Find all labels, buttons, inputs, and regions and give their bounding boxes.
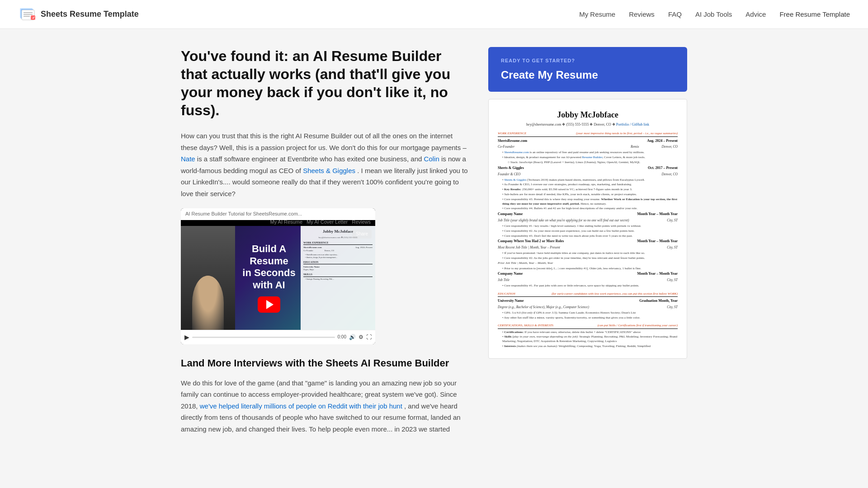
resume-job-1: SheetsResume.com Aug. 2024 – Present xyxy=(498,138,678,144)
logo-text: Sheets Resume Template xyxy=(41,8,139,21)
resume-job-4-sub: Most Recent Job Title | Month, Year – Pr… xyxy=(498,245,678,250)
reddit-link[interactable]: we've helped literally millions of peopl… xyxy=(200,402,402,410)
nav-ai-job-tools[interactable]: AI Job Tools xyxy=(695,9,732,20)
resume-job-1-sub: Co-Founder Remix Denver, CO xyxy=(498,144,678,150)
resume-bullet: Any other fun stuff like a minor, varsit… xyxy=(498,316,678,320)
resume-preview: Jobby McJobface hey@sheetsresume.com ❖ (… xyxy=(488,99,687,359)
person-silhouette xyxy=(192,276,224,330)
resume-sub-bullet: Stack: JavaScript (React); PHP (Laravel … xyxy=(498,160,678,165)
resume-bullet: Core responsibility #1. For past jobs wi… xyxy=(498,284,678,288)
sheets-giggles-link[interactable]: Sheets & Giggles xyxy=(303,167,355,174)
resume-bullet: Core responsibility #2. As the jobs get … xyxy=(498,256,678,261)
video-tab-controls: My AI Resume My AI Cover Letter Reviews xyxy=(270,218,371,226)
video-frame: Build A Resume in Seconds with AI Share … xyxy=(181,226,375,330)
left-column: You've found it: an AI Resume Builder th… xyxy=(181,47,470,443)
video-controls-bar: ▶ 0:00 🔊 ⚙ ⛶ xyxy=(181,330,375,344)
video-text-line2: in Seconds with AI xyxy=(240,267,298,291)
resume-bullet: Skills (play in your own, rearrange depe… xyxy=(498,335,678,344)
resume-contact: hey@sheetsresume.com ❖ (555) 555-5555 ❖ … xyxy=(498,122,678,127)
fullscreen-icon[interactable]: ⛶ xyxy=(366,333,372,342)
resume-job-2: Sheets & Giggles Oct. 2017 – Present xyxy=(498,165,678,171)
resume-bullet: Prior to my promotion to [recent title],… xyxy=(498,267,678,271)
nate-link[interactable]: Nate xyxy=(181,155,195,163)
cta-label: READY TO GET STARTED? xyxy=(501,57,675,65)
resume-bullet: Core responsibility #2. As your most rec… xyxy=(498,229,678,234)
resume-bullet: Core responsibility #3. Don't feel the n… xyxy=(498,234,678,239)
logo-link[interactable]: ✓ Sheets Resume Template xyxy=(18,5,139,23)
site-header: ✓ Sheets Resume Template My Resume Revie… xyxy=(0,0,868,29)
section2-body: We do this for love of the game (and tha… xyxy=(181,377,470,435)
settings-icon[interactable]: ⚙ xyxy=(359,333,363,342)
right-column: READY TO GET STARTED? Create My Resume J… xyxy=(488,47,687,443)
resume-bullet: Interests (makes them see you as human):… xyxy=(498,344,678,349)
nav-faq[interactable]: FAQ xyxy=(668,9,682,20)
progress-bar[interactable] xyxy=(192,337,335,338)
timestamp: 0:00 xyxy=(338,333,346,341)
nav-free-resume-template[interactable]: Free Resume Template xyxy=(779,9,850,20)
video-container: AI Resume Builder Tutorial for SheetsRes… xyxy=(181,208,375,344)
resume-bullet: Key Results: 250,000+ units sold; $5.5M … xyxy=(498,188,678,192)
resume-section-education: EDUCATION (for early-career candidates w… xyxy=(498,291,678,297)
resume-bullet: Ideation, design, & product management f… xyxy=(498,155,678,160)
section2-heading: Land More Interviews with the Sheets AI … xyxy=(181,355,470,371)
resume-edu: University Name Graduation Month, Year xyxy=(498,298,678,304)
resume-job-3: Company Name Month Year – Month Year xyxy=(498,211,678,217)
nav-advice[interactable]: Advice xyxy=(745,9,766,20)
resume-bullet: Core responsibility #4. Bullets #1 and #… xyxy=(498,206,678,211)
resume-bullet: Sub-bullets are for more detail if neede… xyxy=(498,192,678,197)
resume-bullet: Sheets & Giggles (Techstars 2019) makes … xyxy=(498,178,678,183)
resume-bullet: SheetsResume.com is an online repository… xyxy=(498,150,678,155)
cta-button[interactable]: Create My Resume xyxy=(501,69,598,81)
person-area xyxy=(181,226,235,330)
video-overlay-text: Build A Resume in Seconds with AI xyxy=(240,243,298,313)
mini-resume-preview: Jobby McJobface hey@sheetsresume.com ❖ (… xyxy=(301,226,375,330)
resume-bullet: Core responsibility #3. Pretend this is … xyxy=(498,197,678,206)
main-content: You've found it: an AI Resume Builder th… xyxy=(0,29,868,488)
resume-bullet: Certifications: If you have relevant one… xyxy=(498,330,678,335)
nav-my-resume[interactable]: My Resume xyxy=(579,9,615,20)
play-control[interactable]: ▶ xyxy=(184,332,189,342)
video-title-bar: AI Resume Builder Tutorial for SheetsRes… xyxy=(181,208,375,220)
resume-bullet: If you've been promoted / have held mult… xyxy=(498,251,678,256)
resume-prior-role: Prior Job Title | Month, Year – Month, Y… xyxy=(498,261,678,266)
resume-bullet: Core responsibility #1 / key results / h… xyxy=(498,224,678,229)
resume-job-5-sub: Job Title City, ST xyxy=(498,277,678,283)
resume-job-2-sub: Founder & CEO Denver, CO xyxy=(498,172,678,177)
play-icon xyxy=(266,300,274,309)
cta-box: READY TO GET STARTED? Create My Resume xyxy=(488,47,687,92)
colin-link[interactable]: Colin xyxy=(424,155,439,163)
logo-icon: ✓ xyxy=(18,5,36,23)
resume-job-4: Company Where You Had 2 or More Roles Mo… xyxy=(498,239,678,244)
resume-bullet: GPA: 3.x/4.0 (list only if GPA is over 3… xyxy=(498,311,678,315)
hero-heading: You've found it: an AI Resume Builder th… xyxy=(181,47,470,119)
video-text-line1: Build A Resume xyxy=(240,243,298,267)
main-nav: My Resume Reviews FAQ AI Job Tools Advic… xyxy=(579,9,850,20)
play-button[interactable] xyxy=(258,296,280,313)
resume-bullet: As Founder & CEO, I oversee our core str… xyxy=(498,183,678,187)
resume-section-work: WORK EXPERIENCE (your most impressive th… xyxy=(498,131,678,136)
hero-body-1: How can you trust that this is the right… xyxy=(181,130,470,199)
resume-edu-sub: Degree (e.g., Bachelor of Science), Majo… xyxy=(498,305,678,310)
resume-section-skills: CERTIFICATIONS, SKILLS & INTERESTS (can … xyxy=(498,323,678,328)
resume-job-5: Company Name Month Year – Month Year xyxy=(498,271,678,277)
video-tab-label: AI Resume Builder Tutorial for SheetsRes… xyxy=(185,211,302,216)
resume-job-3-sub: Job Title (your slightly brutal take on … xyxy=(498,218,678,223)
volume-icon[interactable]: 🔊 xyxy=(349,333,356,342)
svg-text:✓: ✓ xyxy=(32,16,35,20)
resume-name: Jobby McJobface xyxy=(498,108,678,122)
nav-reviews[interactable]: Reviews xyxy=(629,9,655,20)
